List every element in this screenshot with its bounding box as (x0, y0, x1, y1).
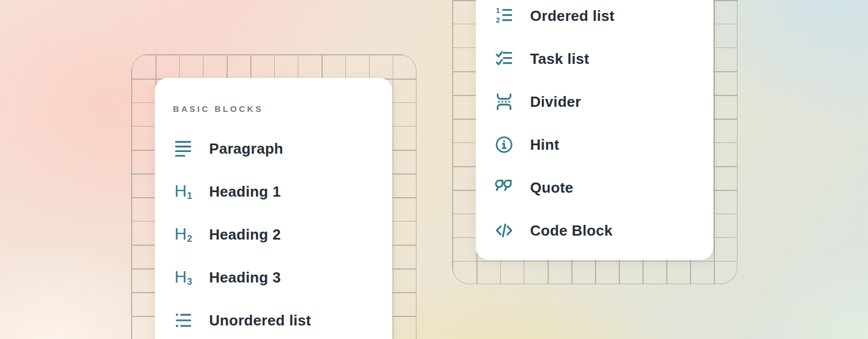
menu-item-hint[interactable]: Hint (494, 133, 713, 156)
menu-item-task-list[interactable]: Task list (494, 47, 713, 70)
heading-2-icon: H2 (173, 224, 193, 245)
divider-icon (494, 92, 514, 112)
code-block-icon (494, 220, 514, 241)
menu-item-label: Heading 1 (209, 183, 281, 201)
menu-item-heading-3[interactable]: H3Heading 3 (173, 266, 392, 289)
paragraph-icon (173, 138, 193, 159)
basic-blocks-menu: BASIC BLOCKS ParagraphH1Heading 1H2Headi… (155, 78, 392, 339)
menu-item-quote[interactable]: Quote (494, 176, 713, 199)
menu-item-label: Divider (530, 93, 581, 111)
menu-item-ordered-list[interactable]: 12Ordered list (494, 5, 713, 27)
menu-item-heading-1[interactable]: H1Heading 1 (173, 180, 392, 203)
menu-item-label: Paragraph (209, 140, 283, 158)
menu-item-label: Code Block (530, 222, 613, 240)
menu-item-label: Heading 2 (209, 226, 281, 244)
quote-icon (494, 177, 514, 198)
ordered-list-icon: 12 (494, 6, 514, 26)
menu-item-label: Heading 3 (209, 269, 281, 286)
svg-text:2: 2 (496, 16, 500, 24)
menu-item-label: Quote (530, 179, 574, 197)
task-list-icon (494, 49, 514, 69)
svg-text:1: 1 (496, 6, 500, 15)
menu-item-label: Hint (530, 136, 559, 154)
menu-item-unordered-list[interactable]: Unordered list (173, 309, 392, 332)
heading-1-icon: H1 (173, 181, 193, 202)
section-label-basic-blocks: BASIC BLOCKS (173, 104, 392, 114)
menu-item-label: Ordered list (530, 7, 615, 25)
unordered-list-icon (173, 310, 193, 331)
insert-blocks-menu: 12Ordered listTask listDividerHintQuoteC… (476, 0, 713, 260)
menu-item-code-block[interactable]: Code Block (494, 219, 713, 242)
heading-3-icon: H3 (173, 267, 193, 288)
menu-item-list: ParagraphH1Heading 1H2Heading 2H3Heading… (173, 137, 392, 332)
menu-item-label: Task list (530, 50, 589, 68)
menu-item-list: 12Ordered listTask listDividerHintQuoteC… (494, 5, 713, 242)
menu-item-paragraph[interactable]: Paragraph (173, 137, 392, 160)
menu-item-label: Unordered list (209, 312, 311, 329)
hint-icon (494, 134, 514, 155)
menu-item-divider[interactable]: Divider (494, 90, 713, 113)
menu-item-heading-2[interactable]: H2Heading 2 (173, 223, 392, 246)
